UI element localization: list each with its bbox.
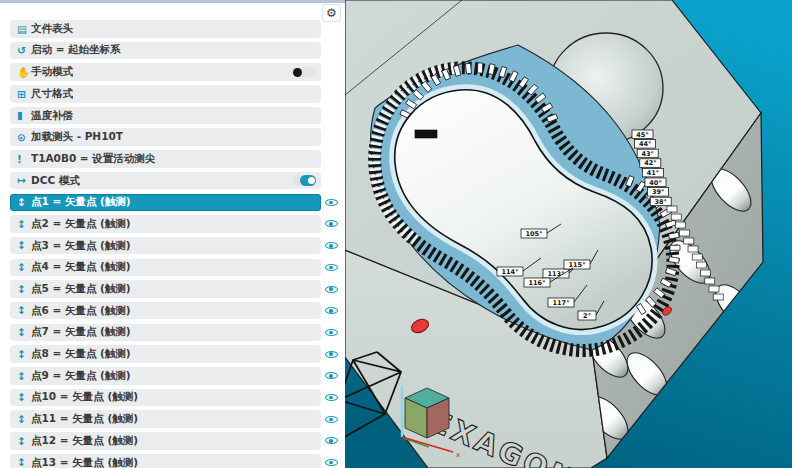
sidebar-item-label: 加载测头 - PH10T [31,130,123,144]
visibility-eye-icon[interactable] [325,413,338,425]
sidebar-item-label: 启动 = 起始坐标系 [31,43,121,57]
sidebar-item-point-1[interactable]: ↕ 点1 = 矢量点 (触测) [10,194,321,212]
sidebar-item-point-10[interactable]: ↕ 点10 = 矢量点 (触测) [10,389,321,407]
sidebar-item-label: 点12 = 矢量点 (触测) [31,434,138,448]
sidebar-item-dimension-format[interactable]: ⊞ 尺寸格式 [10,85,321,103]
vector-point-icon: ↕ [17,240,31,251]
sidebar-item-label: 手动模式 [31,65,73,79]
sidebar-item-point-3[interactable]: ↕ 点3 = 矢量点 (触测) [10,237,321,255]
visibility-eye-icon[interactable] [325,283,338,295]
sidebar-item-label: 温度补偿 [31,109,73,123]
angle-label: 2° [583,312,591,320]
app-window: { "app": { "colors": { "accent": "#1698b… [0,0,792,468]
visibility-eye-icon[interactable] [325,457,338,468]
sidebar-item-dcc-mode[interactable]: ↦ DCC 模式 [10,172,321,190]
dcc-mode-toggle[interactable] [292,175,316,186]
sidebar-item-label: 点6 = 矢量点 (触测) [31,304,131,318]
sidebar-item-point-8[interactable]: ↕ 点8 = 矢量点 (触测) [10,345,321,363]
sidebar-item-label: 点11 = 矢量点 (触测) [31,412,138,426]
command-sidebar: ⚙ ▤ 文件表头 ↺ 启动 = 起始坐标系 ✋ 手动模式 ⊞ 尺寸格式 ▮ [0,0,345,468]
sidebar-item-label: 点4 = 矢量点 (触测) [31,260,131,274]
sidebar-item-point-11[interactable]: ↕ 点11 = 矢量点 (触测) [10,410,321,428]
sidebar-item-load-probe[interactable]: ⊙ 加载测头 - PH10T [10,128,321,146]
x-axis-label: x [456,451,460,459]
angle-label: 105° [526,230,543,238]
sidebar-item-label: 点9 = 矢量点 (触测) [31,369,131,383]
angle-label: 115° [569,261,586,269]
vector-point-icon: ↕ [17,262,31,273]
probe-load-icon: ⊙ [17,132,31,143]
angle-label: 43° [642,150,654,158]
sidebar-item-point-13[interactable]: ↕ 点13 = 矢量点 (触测) [10,454,321,468]
top-strip [0,0,345,3]
vector-point-icon: ↕ [17,349,31,360]
manual-mode-toggle[interactable] [292,67,316,78]
sidebar-item-label: 点5 = 矢量点 (触测) [31,282,131,296]
vector-point-icon: ↕ [17,457,31,468]
probe-tip-icon: ! [17,154,31,165]
document-icon: ▤ [17,24,31,35]
sidebar-item-point-5[interactable]: ↕ 点5 = 矢量点 (触测) [10,280,321,298]
sidebar-item-startup[interactable]: ↺ 启动 = 起始坐标系 [10,42,321,60]
viewport-3d[interactable]: 45° 44° 43° 42° 41° 40° 39° 38° 105° 114… [345,0,792,468]
sidebar-item-point-4[interactable]: ↕ 点4 = 矢量点 (触测) [10,259,321,277]
sidebar-item-label: 尺寸格式 [31,87,73,101]
vector-point-icon: ↕ [17,327,31,338]
sidebar-item-manual-mode[interactable]: ✋ 手动模式 [10,63,321,81]
visibility-eye-icon[interactable] [325,370,338,382]
manual-mode-icon: ✋ [17,67,31,78]
vector-point-icon: ↕ [17,284,31,295]
gear-icon: ⚙ [326,6,337,20]
sidebar-item-active-tip[interactable]: ! T1A0B0 = 设置活动测尖 [10,150,321,168]
visibility-eye-icon[interactable] [325,196,338,208]
sidebar-item-temp-compensation[interactable]: ▮ 温度补偿 [10,107,321,125]
startup-icon: ↺ [17,45,31,56]
visibility-eye-icon[interactable] [325,348,338,360]
visibility-eye-icon[interactable] [325,218,338,230]
vector-point-icon: ↕ [17,392,31,403]
sidebar-item-label: 点13 = 矢量点 (触测) [31,456,138,468]
angle-label: 117° [553,299,570,307]
vector-point-icon: ↕ [17,371,31,382]
visibility-eye-icon[interactable] [325,391,338,403]
sidebar-item-label: 点10 = 矢量点 (触测) [31,390,138,404]
vector-point-icon: ↕ [17,305,31,316]
angle-label: 38° [655,198,667,206]
sidebar-item-label: 点3 = 矢量点 (触测) [31,239,131,253]
sidebar-item-label: 点7 = 矢量点 (触测) [31,325,131,339]
sidebar-item-point-12[interactable]: ↕ 点12 = 矢量点 (触测) [10,432,321,450]
command-list: ▤ 文件表头 ↺ 启动 = 起始坐标系 ✋ 手动模式 ⊞ 尺寸格式 ▮ 温度补偿 [0,20,345,468]
angle-label: 40° [649,179,661,187]
sidebar-item-label: DCC 模式 [31,174,80,188]
angle-label: 42° [644,159,656,167]
dark-label [415,130,437,138]
sidebar-item-point-9[interactable]: ↕ 点9 = 矢量点 (触测) [10,367,321,385]
angle-label: 114° [502,268,519,276]
dimension-format-icon: ⊞ [17,89,31,100]
sidebar-item-label: 点1 = 矢量点 (触测) [31,195,131,209]
vector-point-icon: ↕ [17,197,31,208]
cad-scene: 45° 44° 43° 42° 41° 40° 39° 38° 105° 114… [345,0,792,468]
visibility-eye-icon[interactable] [325,305,338,317]
sidebar-item-point-2[interactable]: ↕ 点2 = 矢量点 (触测) [10,215,321,233]
sidebar-item-file-header[interactable]: ▤ 文件表头 [10,20,321,38]
angle-label: 116° [529,279,546,287]
sidebar-item-point-6[interactable]: ↕ 点6 = 矢量点 (触测) [10,302,321,320]
vector-point-icon: ↕ [17,219,31,230]
angle-label: 45° [636,131,648,139]
angle-label: 113° [548,270,565,278]
angle-label: 44° [639,140,651,148]
vector-point-icon: ↕ [17,414,31,425]
dcc-mode-icon: ↦ [17,175,31,186]
vector-point-icon: ↕ [17,436,31,447]
visibility-eye-icon[interactable] [325,261,338,273]
sidebar-item-point-7[interactable]: ↕ 点7 = 矢量点 (触测) [10,324,321,342]
visibility-eye-icon[interactable] [325,240,338,252]
angle-label: 41° [647,169,659,177]
visibility-eye-icon[interactable] [325,326,338,338]
sidebar-item-label: 点2 = 矢量点 (触测) [31,217,131,231]
sidebar-item-label: T1A0B0 = 设置活动测尖 [31,152,155,166]
sidebar-item-label: 文件表头 [31,22,73,36]
visibility-eye-icon[interactable] [325,435,338,447]
thermometer-icon: ▮ [17,110,31,121]
